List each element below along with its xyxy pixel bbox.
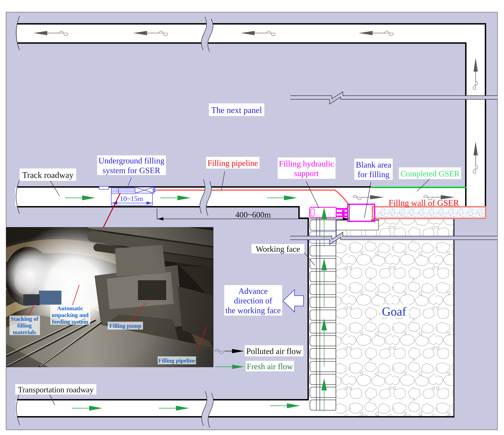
svg-text:filling: filling — [17, 322, 32, 329]
svg-text:for filling: for filling — [358, 170, 389, 179]
svg-text:Fresh air flow: Fresh air flow — [247, 362, 293, 371]
svg-text:Transportation roadway: Transportation roadway — [18, 385, 94, 394]
svg-text:Completed GSER: Completed GSER — [400, 169, 460, 178]
svg-text:400~600m: 400~600m — [235, 210, 271, 219]
svg-text:system for GSER: system for GSER — [103, 166, 160, 175]
svg-text:Filling pipeline: Filling pipeline — [158, 357, 195, 364]
svg-text:the working face: the working face — [225, 306, 281, 315]
svg-text:Filling pump: Filling pump — [109, 322, 141, 329]
svg-text:Filling pipeline: Filling pipeline — [207, 158, 258, 168]
svg-text:Fillng wall of GSER: Fillng wall of GSER — [389, 198, 459, 208]
svg-text:Underground filling: Underground filling — [99, 156, 164, 165]
svg-text:Polluted air flow: Polluted air flow — [246, 347, 302, 356]
svg-text:Automatic: Automatic — [57, 305, 83, 312]
svg-text:Blank area: Blank area — [356, 160, 391, 169]
svg-text:Advance: Advance — [238, 287, 268, 296]
svg-text:support: support — [294, 169, 319, 178]
svg-text:materials: materials — [13, 329, 36, 335]
svg-text:The next panel: The next panel — [211, 105, 262, 115]
svg-text:Filling hydraulic: Filling hydraulic — [279, 159, 334, 168]
svg-text:Working face: Working face — [256, 244, 300, 254]
svg-text:feeding system: feeding system — [52, 319, 88, 325]
svg-text:Track roadway: Track roadway — [22, 170, 73, 180]
svg-text:unpacking and: unpacking and — [52, 312, 89, 318]
svg-text:Goaf: Goaf — [382, 305, 406, 318]
svg-text:Stacking of: Stacking of — [10, 316, 39, 322]
svg-text:direction of: direction of — [234, 296, 272, 305]
svg-text:10~15m: 10~15m — [120, 195, 143, 203]
